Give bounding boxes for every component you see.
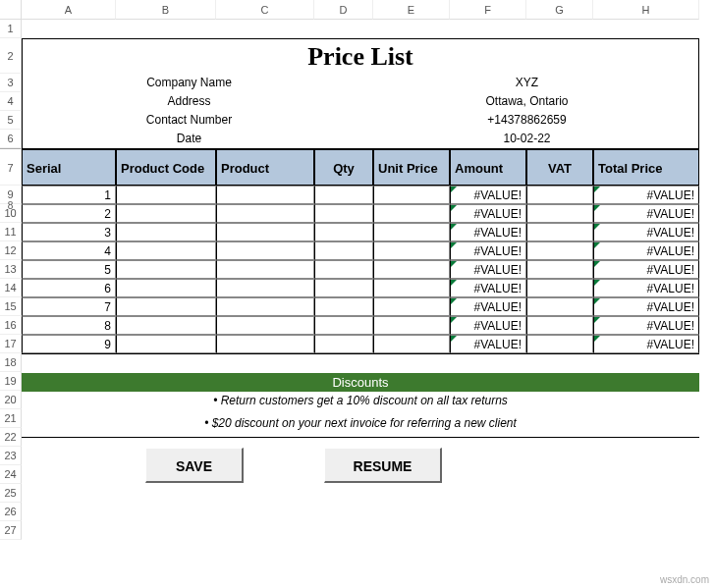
select-all-corner[interactable] xyxy=(0,0,22,20)
col-header-a[interactable]: A xyxy=(22,0,116,20)
cell-serial[interactable]: 8 xyxy=(22,316,116,335)
cell-vat[interactable] xyxy=(526,260,593,279)
cell-product[interactable] xyxy=(216,223,314,241)
row-header[interactable]: 19 xyxy=(0,372,22,391)
row-header[interactable]: 26 xyxy=(0,503,22,521)
cell-serial[interactable]: 9 xyxy=(22,335,116,353)
cell-vat[interactable] xyxy=(526,297,593,316)
row-header[interactable]: 22 xyxy=(0,428,22,447)
empty-row[interactable] xyxy=(22,354,699,373)
cell-vat[interactable] xyxy=(526,223,593,241)
th-total-price[interactable]: Total Price xyxy=(593,149,699,186)
empty-row[interactable] xyxy=(22,20,699,38)
cell-qty[interactable] xyxy=(314,316,373,335)
cell-serial[interactable]: 7 xyxy=(22,297,116,316)
col-header-g[interactable]: G xyxy=(526,0,593,20)
cell-product-code[interactable] xyxy=(116,335,216,353)
cell-product[interactable] xyxy=(216,316,314,335)
row-header[interactable]: 11 xyxy=(0,223,22,241)
date-value[interactable]: 10-02-22 xyxy=(356,130,698,148)
save-button[interactable]: SAVE xyxy=(145,448,244,483)
cell-qty[interactable] xyxy=(314,335,373,353)
cell-product[interactable] xyxy=(216,204,314,223)
row-header[interactable]: 18 xyxy=(0,353,22,372)
row-header[interactable]: 1 xyxy=(0,20,22,38)
cell-product[interactable] xyxy=(216,335,314,353)
address-value[interactable]: Ottawa, Ontario xyxy=(356,92,698,111)
cell-vat[interactable] xyxy=(526,335,593,353)
contact-value[interactable]: +14378862659 xyxy=(356,111,698,130)
cell-total[interactable]: #VALUE! xyxy=(593,204,699,223)
row-header[interactable]: 14 xyxy=(0,279,22,297)
cell-unit-price[interactable] xyxy=(373,241,450,260)
cell-amount[interactable]: #VALUE! xyxy=(450,186,526,204)
cell-total[interactable]: #VALUE! xyxy=(593,260,699,279)
cell-product-code[interactable] xyxy=(116,316,216,335)
cell-unit-price[interactable] xyxy=(373,279,450,297)
cell-qty[interactable] xyxy=(314,241,373,260)
row-header[interactable]: 17 xyxy=(0,335,22,353)
cell-qty[interactable] xyxy=(314,204,373,223)
cell-amount[interactable]: #VALUE! xyxy=(450,335,526,353)
row-header[interactable]: 78 xyxy=(0,148,22,186)
row-header[interactable]: 4 xyxy=(0,92,22,111)
cell-total[interactable]: #VALUE! xyxy=(593,297,699,316)
cell-product[interactable] xyxy=(216,279,314,297)
row-header[interactable]: 16 xyxy=(0,316,22,335)
th-unit-price[interactable]: Unit Price xyxy=(373,149,450,186)
cell-vat[interactable] xyxy=(526,279,593,297)
row-header[interactable]: 25 xyxy=(0,484,22,503)
cell-unit-price[interactable] xyxy=(373,297,450,316)
contact-label[interactable]: Contact Number xyxy=(23,111,356,130)
row-header[interactable]: 5 xyxy=(0,111,22,130)
cell-unit-price[interactable] xyxy=(373,186,450,204)
cell-amount[interactable]: #VALUE! xyxy=(450,204,526,223)
cell-unit-price[interactable] xyxy=(373,316,450,335)
cell-vat[interactable] xyxy=(526,204,593,223)
cell-unit-price[interactable] xyxy=(373,223,450,241)
th-product[interactable]: Product xyxy=(216,149,314,186)
row-header[interactable]: 24 xyxy=(0,465,22,484)
cell-product-code[interactable] xyxy=(116,260,216,279)
cell-product-code[interactable] xyxy=(116,241,216,260)
row-header[interactable]: 21 xyxy=(0,409,22,428)
resume-button[interactable]: RESUME xyxy=(324,448,442,483)
cell-total[interactable]: #VALUE! xyxy=(593,223,699,241)
th-qty[interactable]: Qty xyxy=(314,149,373,186)
cell-amount[interactable]: #VALUE! xyxy=(450,279,526,297)
row-header[interactable]: 2 xyxy=(0,38,22,74)
th-product-code[interactable]: Product Code xyxy=(116,149,216,186)
cell-amount[interactable]: #VALUE! xyxy=(450,316,526,335)
cell-unit-price[interactable] xyxy=(373,204,450,223)
col-header-b[interactable]: B xyxy=(116,0,216,20)
th-amount[interactable]: Amount xyxy=(450,149,526,186)
col-header-h[interactable]: H xyxy=(593,0,699,20)
cell-amount[interactable]: #VALUE! xyxy=(450,223,526,241)
page-title[interactable]: Price List xyxy=(22,38,699,74)
discount-line-1[interactable]: • Return customers get a 10% discount on… xyxy=(22,392,699,410)
th-vat[interactable]: VAT xyxy=(526,149,593,186)
cell-serial[interactable]: 2 xyxy=(22,204,116,223)
cell-total[interactable]: #VALUE! xyxy=(593,241,699,260)
cell-unit-price[interactable] xyxy=(373,335,450,353)
row-header[interactable]: 13 xyxy=(0,260,22,279)
cell-product[interactable] xyxy=(216,241,314,260)
cell-qty[interactable] xyxy=(314,260,373,279)
row-header[interactable]: 23 xyxy=(0,447,22,465)
cell-qty[interactable] xyxy=(314,186,373,204)
cell-vat[interactable] xyxy=(526,241,593,260)
row-header[interactable]: 9 xyxy=(0,186,22,204)
cell-serial[interactable]: 4 xyxy=(22,241,116,260)
cell-product-code[interactable] xyxy=(116,204,216,223)
row-header[interactable]: 12 xyxy=(0,241,22,260)
th-serial[interactable]: Serial xyxy=(22,149,116,186)
cell-serial[interactable]: 3 xyxy=(22,223,116,241)
col-header-f[interactable]: F xyxy=(450,0,526,20)
cell-qty[interactable] xyxy=(314,297,373,316)
cell-qty[interactable] xyxy=(314,223,373,241)
cell-serial[interactable]: 1 xyxy=(22,186,116,204)
discounts-header[interactable]: Discounts xyxy=(22,373,699,392)
row-header[interactable]: 20 xyxy=(0,391,22,409)
cell-amount[interactable]: #VALUE! xyxy=(450,241,526,260)
company-name-value[interactable]: XYZ xyxy=(356,74,698,92)
